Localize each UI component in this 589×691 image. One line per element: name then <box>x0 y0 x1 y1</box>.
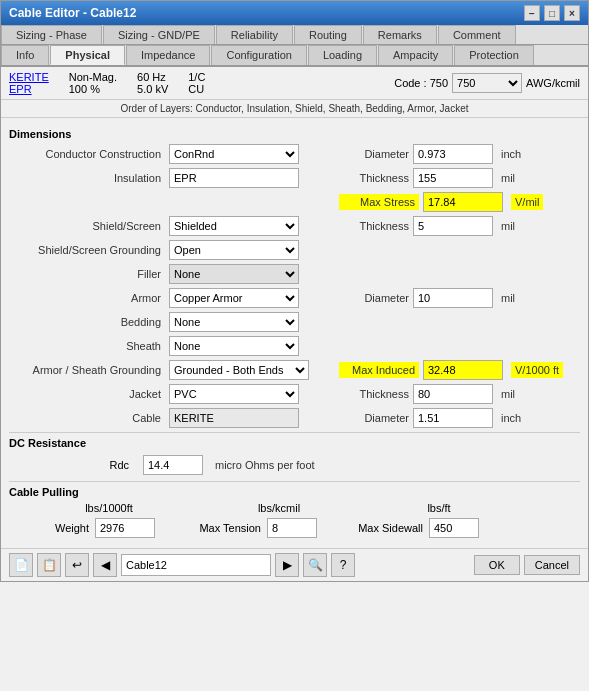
shield-label: Shield/Screen <box>9 220 169 232</box>
tab-sizing-gnd[interactable]: Sizing - GND/PE <box>103 25 215 44</box>
diameter-input[interactable]: 0.973 <box>413 144 493 164</box>
cable-editor-window: Cable Editor - Cable12 − □ × Sizing - Ph… <box>0 0 589 582</box>
cancel-button[interactable]: Cancel <box>524 555 580 575</box>
shield-grounding-label: Shield/Screen Grounding <box>9 244 169 256</box>
cable-combo-input[interactable]: Cable12 <box>121 554 271 576</box>
tab-protection[interactable]: Protection <box>454 45 534 65</box>
armor-left: Armor Copper Armor <box>9 288 339 308</box>
shield-grounding-select[interactable]: Open <box>169 240 299 260</box>
max-stress-right: Max Stress 17.84 V/mil <box>339 192 543 212</box>
insulation-input[interactable]: EPR <box>169 168 299 188</box>
shield-right: Thickness 5 mil <box>339 216 515 236</box>
armor-sheath-right: Max Induced 32.48 V/1000 ft <box>339 360 563 380</box>
jacket-row: Jacket PVC Thickness 80 mil <box>9 384 580 404</box>
sheath-row: Sheath None <box>9 336 580 356</box>
insulation-left: Insulation EPR <box>9 168 339 188</box>
bottom-bar: 📄 📋 ↩ ◀ Cable12 ▶ 🔍 ? OK Cancel <box>1 548 588 581</box>
diameter-unit: inch <box>501 148 521 160</box>
freq-group: 60 Hz 5.0 kV <box>137 71 168 95</box>
bedding-label: Bedding <box>9 316 169 328</box>
conductors-label: 1/C <box>188 71 205 83</box>
tab-routing[interactable]: Routing <box>294 25 362 44</box>
tab-remarks[interactable]: Remarks <box>363 25 437 44</box>
thickness2-input[interactable]: 5 <box>413 216 493 236</box>
tab-ampacity[interactable]: Ampacity <box>378 45 453 65</box>
max-stress-row: Max Stress 17.84 V/mil <box>9 192 580 212</box>
rdc-unit: micro Ohms per foot <box>215 459 315 471</box>
sheath-label: Sheath <box>9 340 169 352</box>
main-content: Dimensions Conductor Construction ConRnd… <box>1 118 588 548</box>
divider1 <box>9 432 580 433</box>
conductor-construction-select[interactable]: ConRnd <box>169 144 299 164</box>
code-select[interactable]: 750 <box>452 73 522 93</box>
thickness1-input[interactable]: 155 <box>413 168 493 188</box>
tab-comment[interactable]: Comment <box>438 25 516 44</box>
tab-reliability[interactable]: Reliability <box>216 25 293 44</box>
jacket-left: Jacket PVC <box>9 384 339 404</box>
weight-label: Weight <box>9 522 89 534</box>
icon-btn-1[interactable]: 📄 <box>9 553 33 577</box>
armor-select[interactable]: Copper Armor <box>169 288 299 308</box>
tab-sizing-phase[interactable]: Sizing - Phase <box>1 25 102 44</box>
icon-btn-search[interactable]: 🔍 <box>303 553 327 577</box>
icon-btn-2[interactable]: 📋 <box>37 553 61 577</box>
code-label: Code : 750 <box>394 77 448 89</box>
cable-input: KERITE <box>169 408 299 428</box>
rdc-input[interactable]: 14.4 <box>143 455 203 475</box>
armor-sheath-grounding-select[interactable]: Grounded - Both Ends <box>169 360 309 380</box>
armor-diameter-unit: mil <box>501 292 515 304</box>
armor-diameter-label: Diameter <box>339 292 409 304</box>
percent-label: 100 % <box>69 83 117 95</box>
insulation-right: Thickness 155 mil <box>339 168 515 188</box>
sheath-select[interactable]: None <box>169 336 299 356</box>
filler-left: Filler None <box>9 264 339 284</box>
tab-row-bottom: Info Physical Impedance Configuration Lo… <box>1 45 588 67</box>
cable-diameter-input[interactable]: 1.51 <box>413 408 493 428</box>
code-section: Code : 750 750 AWG/kcmil <box>394 73 580 93</box>
max-sidewall-label: Max Sidewall <box>333 522 423 534</box>
tab-physical[interactable]: Physical <box>50 45 125 65</box>
diameter-label: Diameter <box>339 148 409 160</box>
icon-btn-nav-back[interactable]: ◀ <box>93 553 117 577</box>
max-induced-unit: V/1000 ft <box>511 362 563 378</box>
bedding-left: Bedding None <box>9 312 339 332</box>
insulation-type-link[interactable]: EPR <box>9 83 49 95</box>
icon-btn-3[interactable]: ↩ <box>65 553 89 577</box>
thickness2-label: Thickness <box>339 220 409 232</box>
max-sidewall-input[interactable]: 450 <box>429 518 479 538</box>
minimize-button[interactable]: − <box>524 5 540 21</box>
tab-configuration[interactable]: Configuration <box>211 45 306 65</box>
thickness1-label: Thickness <box>339 172 409 184</box>
max-stress-input[interactable]: 17.84 <box>423 192 503 212</box>
filler-select[interactable]: None <box>169 264 299 284</box>
tab-info[interactable]: Info <box>1 45 49 65</box>
bedding-row: Bedding None <box>9 312 580 332</box>
bedding-select[interactable]: None <box>169 312 299 332</box>
tab-impedance[interactable]: Impedance <box>126 45 210 65</box>
cable-type-link[interactable]: KERITE <box>9 71 49 83</box>
weight-col-header: lbs/1000ft <box>69 502 149 514</box>
shield-row: Shield/Screen Shielded Thickness 5 mil <box>9 216 580 236</box>
jacket-select[interactable]: PVC <box>169 384 299 404</box>
dimensions-section-title: Dimensions <box>9 128 580 140</box>
maximize-button[interactable]: □ <box>544 5 560 21</box>
icon-btn-nav-fwd[interactable]: ▶ <box>275 553 299 577</box>
conductor-row: Conductor Construction ConRnd Diameter 0… <box>9 144 580 164</box>
shield-grounding-row: Shield/Screen Grounding Open <box>9 240 580 260</box>
jacket-thickness-input[interactable]: 80 <box>413 384 493 404</box>
max-induced-input[interactable]: 32.48 <box>423 360 503 380</box>
tab-loading[interactable]: Loading <box>308 45 377 65</box>
close-button[interactable]: × <box>564 5 580 21</box>
weight-input[interactable]: 2976 <box>95 518 155 538</box>
shield-grounding-left: Shield/Screen Grounding Open <box>9 240 339 260</box>
shield-select[interactable]: Shielded <box>169 216 299 236</box>
thickness2-unit: mil <box>501 220 515 232</box>
max-induced-label: Max Induced <box>339 362 419 378</box>
ok-button[interactable]: OK <box>474 555 520 575</box>
voltage-label: 5.0 kV <box>137 83 168 95</box>
cable-pulling-title: Cable Pulling <box>9 486 580 498</box>
max-tension-input[interactable]: 8 <box>267 518 317 538</box>
armor-diameter-input[interactable]: 10 <box>413 288 493 308</box>
icon-btn-help[interactable]: ? <box>331 553 355 577</box>
armor-sheath-grounding-label: Armor / Sheath Grounding <box>9 364 169 376</box>
